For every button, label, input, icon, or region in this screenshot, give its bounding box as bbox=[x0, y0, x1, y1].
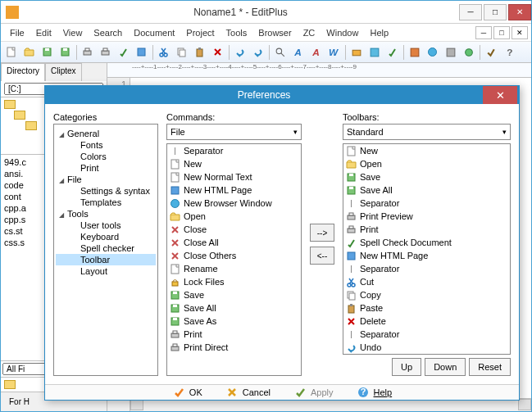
tb-cut-icon[interactable] bbox=[156, 44, 172, 61]
cancel-button[interactable]: Cancel bbox=[225, 386, 271, 399]
reset-button[interactable]: Reset bbox=[469, 358, 511, 376]
tb-misc4-icon[interactable] bbox=[407, 44, 423, 61]
menu-window[interactable]: Window bbox=[321, 26, 364, 39]
tree-node-tools[interactable]: Tools bbox=[56, 208, 156, 220]
tb-browser-icon[interactable] bbox=[425, 44, 441, 61]
mdi-close-button[interactable]: ✕ bbox=[512, 26, 528, 39]
menu-edit[interactable]: Edit bbox=[30, 26, 57, 39]
mdi-minimize-button[interactable]: ─ bbox=[475, 26, 492, 39]
list-item[interactable]: New bbox=[343, 144, 510, 157]
tb-misc6-icon[interactable] bbox=[461, 44, 477, 61]
tb-open-icon[interactable] bbox=[21, 44, 38, 61]
tb-print-icon[interactable] bbox=[98, 44, 114, 61]
list-item[interactable]: Open bbox=[343, 157, 510, 170]
menu-document[interactable]: Document bbox=[128, 26, 180, 39]
tb-saveall-icon[interactable] bbox=[57, 44, 74, 61]
menu-project[interactable]: Project bbox=[180, 26, 220, 39]
list-item[interactable]: Cut bbox=[343, 275, 510, 288]
scroll-right-icon[interactable] bbox=[518, 399, 531, 410]
list-item[interactable]: Save All bbox=[167, 301, 301, 315]
tree-node-fonts[interactable]: Fonts bbox=[56, 139, 156, 151]
tb-html-icon[interactable] bbox=[134, 44, 150, 61]
list-item[interactable]: Close All bbox=[167, 236, 301, 249]
list-item[interactable]: New bbox=[167, 157, 301, 170]
tb-wordwrap-icon[interactable]: W bbox=[326, 44, 343, 61]
tree-node-templates[interactable]: Templates bbox=[56, 197, 156, 208]
down-button[interactable]: Down bbox=[425, 358, 466, 376]
list-item[interactable]: Save All bbox=[343, 183, 510, 197]
tb-misc8-icon[interactable]: ? bbox=[501, 44, 517, 61]
list-item[interactable]: Print bbox=[167, 328, 301, 341]
list-item[interactable]: Close bbox=[167, 223, 301, 236]
list-item[interactable]: New HTML Page bbox=[343, 249, 510, 262]
tb-printpreview-icon[interactable] bbox=[80, 44, 96, 61]
list-item[interactable]: Open bbox=[167, 210, 301, 223]
list-item[interactable]: Close Others bbox=[167, 249, 301, 262]
menu-view[interactable]: View bbox=[57, 26, 89, 39]
up-button[interactable]: Up bbox=[392, 358, 421, 376]
tb-copy-icon[interactable] bbox=[174, 44, 190, 61]
list-item[interactable]: Separator bbox=[343, 197, 510, 210]
list-item[interactable]: Separator bbox=[343, 328, 510, 341]
tree-node-file[interactable]: File bbox=[56, 174, 156, 185]
tb-undo-icon[interactable] bbox=[232, 44, 248, 61]
tb-save-icon[interactable] bbox=[39, 44, 56, 61]
tree-node-spell-checker[interactable]: Spell checker bbox=[56, 242, 156, 254]
tree-node-toolbar[interactable]: Toolbar bbox=[56, 254, 156, 265]
tree-node-general[interactable]: General bbox=[56, 128, 156, 139]
categories-tree[interactable]: GeneralFontsColorsPrintFileSettings & sy… bbox=[53, 124, 158, 376]
tb-findfiles-icon[interactable]: A bbox=[308, 44, 325, 61]
tree-node-print[interactable]: Print bbox=[56, 162, 156, 174]
list-item[interactable]: New Normal Text bbox=[167, 170, 301, 183]
apply-button[interactable]: Apply bbox=[293, 386, 334, 399]
help-button[interactable]: Help bbox=[357, 386, 393, 399]
menu-file[interactable]: File bbox=[4, 26, 30, 39]
toolbars-dropdown[interactable]: Standard bbox=[343, 124, 511, 140]
tb-misc2-icon[interactable] bbox=[366, 44, 383, 61]
list-item[interactable]: Spell Check Document bbox=[343, 236, 510, 249]
list-item[interactable]: Undo bbox=[343, 341, 510, 354]
commands-list[interactable]: SeparatorNewNew Normal TextNew HTML Page… bbox=[166, 143, 302, 376]
list-item[interactable]: Save bbox=[343, 170, 510, 183]
ok-button[interactable]: OK bbox=[172, 386, 202, 399]
list-item[interactable]: Copy bbox=[343, 288, 510, 301]
folder-icon[interactable] bbox=[4, 380, 16, 389]
toolbars-list[interactable]: NewOpenSaveSave AllSeparatorPrint Previe… bbox=[343, 143, 511, 355]
remove-button[interactable]: <-- bbox=[310, 247, 334, 265]
list-item[interactable]: Paste bbox=[343, 301, 510, 315]
tb-misc1-icon[interactable] bbox=[348, 44, 365, 61]
tb-spell-icon[interactable] bbox=[116, 44, 132, 61]
add-button[interactable]: --> bbox=[310, 224, 334, 242]
list-item[interactable]: Delete bbox=[343, 315, 510, 328]
scroll-left-icon[interactable] bbox=[130, 399, 143, 410]
sidebar-tab-directory[interactable]: Directory bbox=[1, 63, 45, 81]
tree-node-settings-&-syntax[interactable]: Settings & syntax bbox=[56, 185, 156, 197]
tb-paste-icon[interactable] bbox=[192, 44, 208, 61]
menu-search[interactable]: Search bbox=[88, 26, 128, 39]
list-item[interactable]: Save bbox=[167, 288, 301, 301]
menu-browser[interactable]: Browser bbox=[252, 26, 297, 39]
menu-tools[interactable]: Tools bbox=[221, 26, 253, 39]
tb-replace-icon[interactable]: A bbox=[290, 44, 307, 61]
tb-redo-icon[interactable] bbox=[250, 44, 266, 61]
menu-zc[interactable]: ZC bbox=[298, 26, 321, 39]
list-item[interactable]: Lock Files bbox=[167, 275, 301, 288]
list-item[interactable]: Print bbox=[343, 223, 510, 236]
maximize-button[interactable]: □ bbox=[484, 4, 507, 20]
mdi-restore-button[interactable]: □ bbox=[493, 26, 510, 39]
list-item[interactable]: Print Preview bbox=[343, 210, 510, 223]
list-item[interactable]: Separator bbox=[167, 144, 301, 157]
list-item[interactable]: Save As bbox=[167, 315, 301, 328]
list-item[interactable]: Separator bbox=[343, 262, 510, 275]
list-item[interactable]: Rename bbox=[167, 262, 301, 275]
commands-dropdown[interactable]: File bbox=[166, 124, 302, 140]
tb-misc7-icon[interactable] bbox=[483, 44, 499, 61]
minimize-button[interactable]: ─ bbox=[459, 4, 482, 20]
tb-delete-icon[interactable] bbox=[210, 44, 226, 61]
tree-node-colors[interactable]: Colors bbox=[56, 151, 156, 162]
tree-node-keyboard[interactable]: Keyboard bbox=[56, 231, 156, 242]
list-item[interactable]: New HTML Page bbox=[167, 183, 301, 197]
list-item[interactable]: New Browser Window bbox=[167, 197, 301, 210]
menu-help[interactable]: Help bbox=[364, 26, 394, 39]
tree-node-layout[interactable]: Layout bbox=[56, 265, 156, 277]
